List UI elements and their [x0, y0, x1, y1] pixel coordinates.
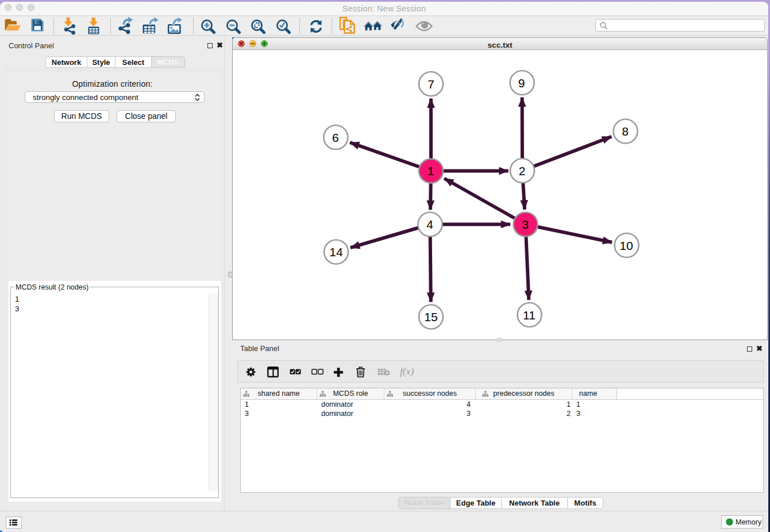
svg-text:10: 10: [619, 239, 633, 252]
svg-text:11: 11: [523, 309, 536, 322]
svg-text:4: 4: [426, 218, 433, 231]
svg-text:1: 1: [428, 164, 434, 178]
svg-text:15: 15: [424, 310, 437, 323]
svg-text:3: 3: [522, 218, 529, 231]
svg-text:9: 9: [518, 76, 525, 90]
svg-text:14: 14: [329, 245, 343, 259]
svg-text:8: 8: [622, 125, 629, 138]
svg-text:2: 2: [519, 164, 526, 178]
svg-text:6: 6: [332, 131, 339, 144]
svg-text:7: 7: [428, 78, 434, 91]
